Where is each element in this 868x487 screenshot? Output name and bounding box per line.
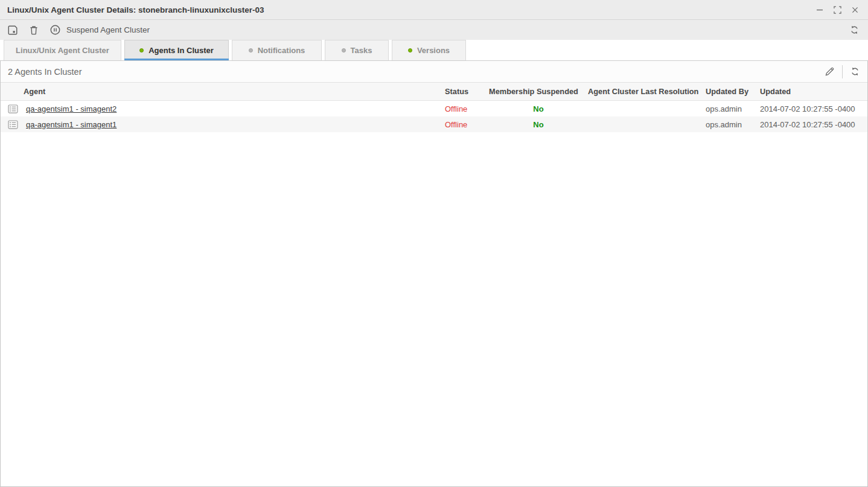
tab-label: Versions	[417, 46, 450, 55]
table-header-row: Agent Status Membership Suspended Agent …	[1, 83, 867, 101]
panel-refresh-button[interactable]	[849, 65, 861, 78]
panel-header: 2 Agents In Cluster	[1, 61, 867, 83]
titlebar: Linux/Unix Agent Cluster Details: stoneb…	[0, 0, 868, 20]
updated-value: 2014-07-02 10:27:55 -0400	[760, 120, 867, 129]
table-row: qa-agentsim1 - simagent2 Offline No ops.…	[1, 101, 867, 116]
updated-by-value: ops.admin	[706, 104, 760, 113]
agent-link[interactable]: qa-agentsim1 - simagent2	[26, 104, 116, 113]
panel-actions-divider	[842, 65, 843, 78]
status-value: Offline	[445, 120, 489, 129]
column-header-membership-suspended[interactable]: Membership Suspended	[489, 87, 588, 96]
pause-icon	[49, 24, 61, 36]
refresh-icon	[849, 25, 860, 35]
tab-label: Tasks	[351, 46, 372, 55]
tab-label: Notifications	[258, 46, 305, 55]
pencil-icon	[825, 66, 835, 77]
membership-suspended-value: No	[489, 104, 588, 113]
close-icon[interactable]	[850, 5, 860, 14]
membership-suspended-value: No	[489, 120, 588, 129]
suspend-button-label: Suspend Agent Cluster	[66, 25, 150, 34]
tab-label: Linux/Unix Agent Cluster	[16, 46, 109, 55]
suspend-agent-cluster-button[interactable]: Suspend Agent Cluster	[49, 24, 150, 36]
panel-actions	[823, 65, 861, 78]
table-empty-area	[1, 132, 867, 486]
tab-status-dot	[342, 48, 346, 53]
tab-status-dot	[139, 48, 144, 53]
tab-status-dot	[249, 48, 253, 53]
agent-link[interactable]: qa-agentsim1 - simagent1	[26, 120, 116, 129]
agent-details-icon[interactable]	[8, 120, 18, 129]
column-header-status[interactable]: Status	[445, 87, 489, 96]
tab-label: Agents In Cluster	[148, 46, 214, 55]
refresh-icon	[850, 66, 860, 77]
toolbar-refresh-button[interactable]	[849, 25, 860, 35]
tab-versions[interactable]: Versions	[392, 40, 466, 60]
updated-by-value: ops.admin	[706, 120, 760, 129]
tab-status-dot	[408, 48, 412, 53]
minimize-icon[interactable]	[815, 5, 825, 14]
maximize-icon[interactable]	[832, 5, 842, 14]
column-header-updated[interactable]: Updated	[760, 87, 867, 96]
trash-icon	[28, 25, 39, 36]
window-controls	[815, 5, 860, 14]
agent-cell: qa-agentsim1 - simagent1	[1, 120, 445, 129]
tab-agents-in-cluster[interactable]: Agents In Cluster	[124, 40, 229, 60]
updated-value: 2014-07-02 10:27:55 -0400	[760, 104, 867, 113]
panel-title: 2 Agents In Cluster	[8, 67, 823, 77]
delete-button[interactable]	[28, 25, 39, 36]
save-icon	[7, 25, 18, 36]
tab-notifications[interactable]: Notifications	[232, 40, 322, 60]
table-row: qa-agentsim1 - simagent1 Offline No ops.…	[1, 116, 867, 132]
toolbar: Suspend Agent Cluster	[0, 20, 868, 40]
column-header-updated-by[interactable]: Updated By	[706, 87, 760, 96]
column-header-agent[interactable]: Agent	[1, 87, 445, 96]
status-value: Offline	[445, 104, 489, 113]
agent-cell: qa-agentsim1 - simagent2	[1, 104, 445, 113]
agent-cluster-details-window: Linux/Unix Agent Cluster Details: stoneb…	[0, 0, 868, 487]
tab-linux-unix-agent-cluster[interactable]: Linux/Unix Agent Cluster	[4, 40, 121, 60]
window-title: Linux/Unix Agent Cluster Details: stoneb…	[7, 5, 815, 14]
save-button[interactable]	[7, 25, 18, 36]
agent-details-icon[interactable]	[8, 104, 18, 113]
tab-tasks[interactable]: Tasks	[325, 40, 389, 60]
tabbar: Linux/Unix Agent Cluster Agents In Clust…	[0, 40, 868, 60]
column-header-last-resolution[interactable]: Agent Cluster Last Resolution	[588, 87, 706, 96]
edit-button[interactable]	[823, 65, 836, 78]
agents-in-cluster-panel: 2 Agents In Cluster	[0, 60, 868, 487]
